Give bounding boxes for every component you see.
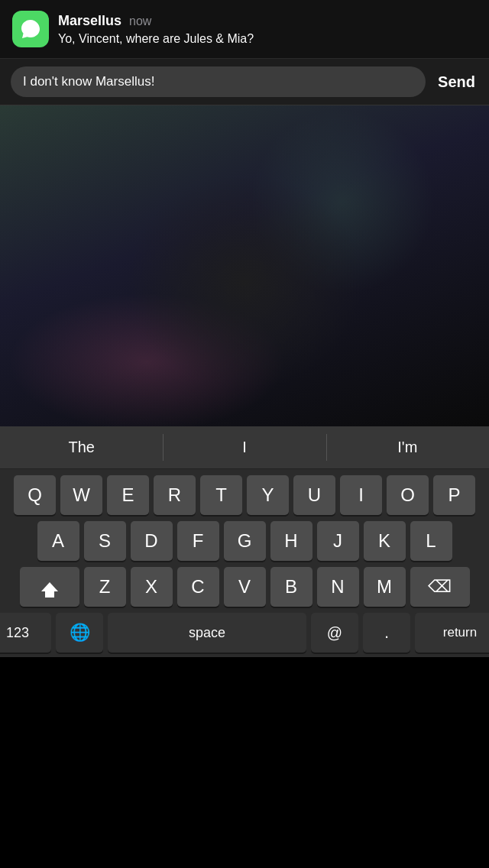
key-d[interactable]: D xyxy=(131,521,173,561)
notification-banner: Marsellus now Yo, Vincent, where are Jul… xyxy=(0,0,489,59)
key-u[interactable]: U xyxy=(293,475,335,515)
at-label: @ xyxy=(327,624,342,642)
return-label: return xyxy=(443,625,477,640)
notification-sender: Marsellus xyxy=(58,13,121,29)
key-y[interactable]: Y xyxy=(247,475,289,515)
shift-icon xyxy=(41,582,58,591)
send-button[interactable]: Send xyxy=(435,69,478,96)
period-key[interactable]: . xyxy=(363,613,410,653)
space-label: space xyxy=(189,625,225,641)
key-z[interactable]: Z xyxy=(84,567,126,607)
key-v[interactable]: V xyxy=(224,567,266,607)
keyboard-row-2: A S D F G H J K L xyxy=(3,521,486,561)
key-x[interactable]: X xyxy=(131,567,173,607)
period-label: . xyxy=(384,623,389,643)
autocorrect-bar: The I I'm xyxy=(0,426,489,469)
key-h[interactable]: H xyxy=(270,521,313,561)
key-l[interactable]: L xyxy=(410,521,452,561)
numbers-label: 123 xyxy=(6,625,29,641)
delete-icon: ⌫ xyxy=(428,577,452,597)
key-a[interactable]: A xyxy=(37,521,79,561)
key-n[interactable]: N xyxy=(317,567,359,607)
key-g[interactable]: G xyxy=(224,521,266,561)
space-key[interactable]: space xyxy=(108,613,306,653)
key-m[interactable]: M xyxy=(364,567,406,607)
globe-key[interactable]: 🌐 xyxy=(56,613,103,653)
key-k[interactable]: K xyxy=(364,521,406,561)
key-b[interactable]: B xyxy=(270,567,313,607)
key-j[interactable]: J xyxy=(317,521,359,561)
shift-key[interactable] xyxy=(20,567,79,607)
key-o[interactable]: O xyxy=(387,475,429,515)
at-key[interactable]: @ xyxy=(311,613,358,653)
notification-message: Yo, Vincent, where are Jules & Mia? xyxy=(58,32,477,46)
reply-bar: Send xyxy=(0,59,489,105)
key-c[interactable]: C xyxy=(177,567,219,607)
keyboard-row-3: Z X C V B N M ⌫ xyxy=(3,567,486,607)
return-key[interactable]: return xyxy=(415,613,489,653)
key-t[interactable]: T xyxy=(200,475,242,515)
blurred-background xyxy=(0,105,489,426)
key-p[interactable]: P xyxy=(433,475,475,515)
key-i[interactable]: I xyxy=(340,475,382,515)
keyboard-row-4: 123 🌐 space @ . return xyxy=(3,613,486,653)
autocorrect-word-1[interactable]: The xyxy=(0,426,163,468)
keyboard: Q W E R T Y U I O P A S D F G H J K L Z … xyxy=(0,469,489,657)
notification-time: now xyxy=(129,15,151,28)
key-s[interactable]: S xyxy=(84,521,126,561)
reply-input[interactable] xyxy=(11,66,426,97)
key-e[interactable]: E xyxy=(107,475,149,515)
key-f[interactable]: F xyxy=(177,521,219,561)
delete-key[interactable]: ⌫ xyxy=(410,567,470,607)
messages-app-icon xyxy=(12,11,49,47)
key-r[interactable]: R xyxy=(154,475,196,515)
autocorrect-word-3[interactable]: I'm xyxy=(326,426,489,468)
numbers-key[interactable]: 123 xyxy=(0,613,51,653)
notification-header: Marsellus now xyxy=(58,13,477,29)
keyboard-row-1: Q W E R T Y U I O P xyxy=(3,475,486,515)
globe-icon: 🌐 xyxy=(70,623,90,643)
notification-content: Marsellus now Yo, Vincent, where are Jul… xyxy=(58,13,477,46)
key-w[interactable]: W xyxy=(60,475,102,515)
key-q[interactable]: Q xyxy=(14,475,56,515)
autocorrect-word-2[interactable]: I xyxy=(163,426,325,468)
